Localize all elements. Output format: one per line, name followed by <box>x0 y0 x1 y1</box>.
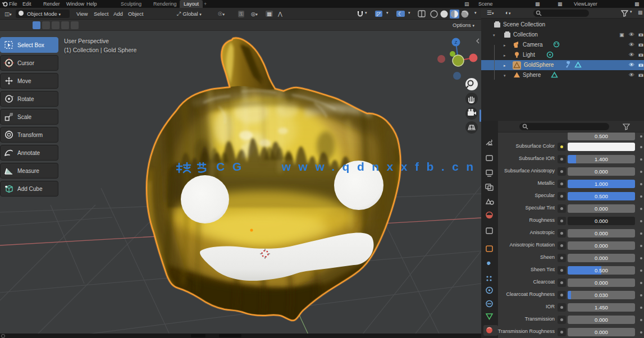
svg-text:Z: Z <box>455 40 458 45</box>
